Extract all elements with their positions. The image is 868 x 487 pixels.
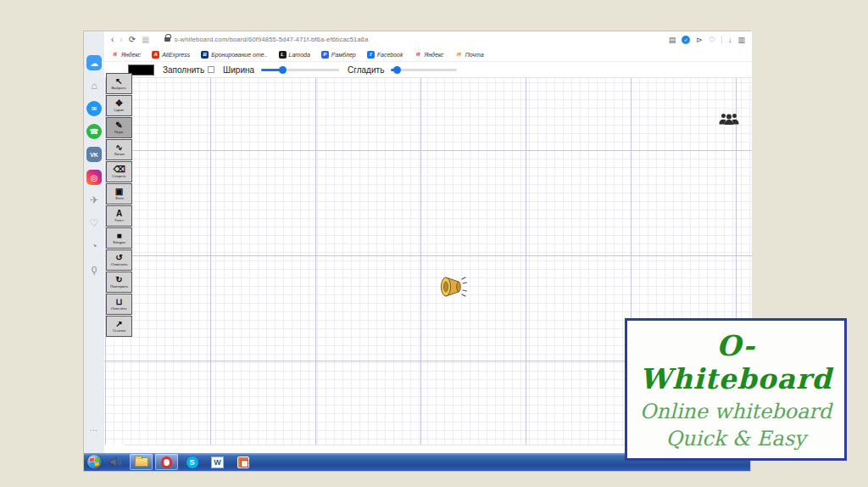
bookmark-aliexpress[interactable]: AAliExpress [152, 51, 190, 59]
powerpoint-taskbar-button[interactable] [231, 454, 254, 470]
skype-icon: S [186, 456, 198, 468]
reload-icon[interactable]: ⟳ [129, 35, 136, 44]
smooth-slider-thumb[interactable] [393, 66, 401, 74]
bookmark-mail[interactable]: ✉Почта [455, 51, 484, 59]
caption-title: O-Whiteboard [627, 329, 844, 395]
rambler-favicon: Р [321, 51, 329, 59]
zen-icon[interactable]: ⌂ [86, 78, 102, 93]
whiteboard-toolbar: Заполнить Ширина Сгладить [104, 62, 752, 78]
booking-favicon: B [201, 51, 209, 59]
fill-checkbox[interactable] [208, 66, 214, 73]
bookmarks-bar: ЯЯндекс AAliExpress BБронирование оте.. … [104, 48, 752, 62]
divider [721, 36, 722, 44]
bookmark-facebook[interactable]: fFacebook [367, 51, 403, 59]
slide-background: ☁ ⌂ ✉ ☎ VK ◎ ✈ ♡ ◔ ϙ ⋯ ‹ › ⟳ ▦ o-whitebo… [0, 0, 868, 487]
line-icon: ∿ [115, 143, 122, 152]
folder-icon [135, 457, 148, 467]
tool-share-button[interactable]: ↗Ссылка [106, 316, 132, 337]
shapes-icon: ■ [116, 232, 121, 240]
fill-label: Заполнить [163, 65, 204, 75]
ideas-icon[interactable]: ϙ [86, 261, 102, 277]
tool-clear-button[interactable]: ⊔Очистить [106, 294, 132, 315]
tool-text-button[interactable]: AТекст [106, 205, 132, 227]
collaborators-icon[interactable] [718, 112, 740, 126]
bookmark-yandex-2[interactable]: ЯЯндекс [415, 51, 444, 59]
opera-icon [161, 456, 172, 468]
move-icon: ✥ [115, 99, 122, 108]
opera-taskbar-button[interactable] [155, 454, 178, 470]
panels-icon[interactable]: ▥ [737, 36, 745, 44]
volume-icon [109, 456, 122, 467]
word-icon: W [211, 456, 224, 468]
tool-shapes-button[interactable]: ■Фигуры [106, 227, 132, 249]
text-icon: A [116, 210, 122, 218]
tool-erase-button[interactable]: ⌫Стереть [106, 161, 132, 182]
cloud-app-icon[interactable]: ☁ [86, 55, 102, 70]
photo-icon: ▣ [115, 188, 123, 196]
lamoda-favicon: L [279, 51, 287, 59]
start-button[interactable] [87, 455, 102, 469]
tool-palette: ↖Выбрать ✥Сдвиг ✎Перо ∿Линия ⌫Стереть ▣Ф… [106, 73, 132, 337]
facebook-favicon: f [367, 51, 375, 59]
width-label: Ширина [223, 65, 254, 75]
collections-icon[interactable]: ▤ [669, 36, 676, 44]
tool-line-button[interactable]: ∿Линия [106, 139, 132, 160]
trash-icon: ⊔ [116, 298, 123, 306]
smooth-label: Сгладить [348, 65, 384, 75]
protect-icon[interactable]: ✓ [682, 36, 690, 44]
tool-pen-button[interactable]: ✎Перо [106, 117, 132, 138]
volume-taskbar-button[interactable] [104, 454, 127, 470]
smooth-slider[interactable] [391, 69, 457, 71]
instagram-icon[interactable]: ◎ [86, 170, 102, 185]
width-slider-thumb[interactable] [279, 66, 287, 74]
back-icon[interactable]: ‹ [111, 35, 114, 44]
bookmark-rambler[interactable]: РРамблер [321, 51, 356, 59]
telegram-icon[interactable]: ✈ [86, 193, 102, 208]
explorer-taskbar-button[interactable] [130, 454, 153, 470]
yandex-favicon: Я [111, 51, 119, 59]
tiles-icon[interactable]: ▦ [142, 35, 149, 44]
pen-icon: ✎ [115, 121, 122, 130]
audio-speaker-icon[interactable] [438, 271, 469, 302]
caption-box: O-Whiteboard Online whiteboard Quick & E… [625, 318, 847, 461]
messenger-icon[interactable]: ✉ [86, 101, 102, 116]
width-slider[interactable] [261, 69, 339, 71]
share-link-icon: ↗ [115, 320, 122, 328]
browser-navbar: ‹ › ⟳ ▦ o-whiteboard.com/board/60f94855-… [104, 31, 752, 48]
tool-undo-button[interactable]: ↺Отменить [106, 249, 132, 271]
tool-redo-button[interactable]: ↻Повторить [106, 271, 132, 293]
forward-icon: › [120, 35, 122, 44]
vk-icon[interactable]: VK [86, 147, 102, 162]
ssl-lock-icon [164, 37, 170, 42]
whatsapp-icon[interactable]: ☎ [86, 124, 102, 139]
history-icon[interactable]: ◔ [86, 238, 102, 254]
tool-photo-button[interactable]: ▣Фото [106, 183, 132, 204]
skype-taskbar-button[interactable]: S [181, 454, 203, 470]
favorite-icon[interactable]: ♡ [709, 36, 715, 44]
favorites-icon[interactable]: ♡ [86, 216, 102, 231]
bookmark-yandex[interactable]: ЯЯндекс [111, 51, 141, 59]
share-icon[interactable]: ⊳ [696, 36, 703, 44]
caption-line-1: Online whiteboard [640, 400, 832, 423]
browser-sidebar: ☁ ⌂ ✉ ☎ VK ◎ ✈ ♡ ◔ ϙ ⋯ [84, 31, 104, 453]
word-taskbar-button[interactable]: W [206, 454, 229, 470]
tool-select-button[interactable]: ↖Выбрать [106, 73, 132, 94]
caption-line-2: Quick & Easy [665, 428, 805, 450]
powerpoint-icon [237, 456, 249, 468]
tool-move-button[interactable]: ✥Сдвиг [106, 95, 132, 116]
sidebar-more-icon[interactable]: ⋯ [84, 426, 104, 434]
cursor-icon: ↖ [115, 77, 122, 86]
redo-icon: ↻ [115, 276, 122, 284]
eraser-icon: ⌫ [113, 165, 125, 174]
aliexpress-favicon: A [152, 51, 159, 59]
download-icon[interactable]: ↓ [728, 36, 732, 44]
undo-icon: ↺ [115, 254, 122, 262]
address-bar[interactable]: o-whiteboard.com/board/60f94855-5d47-471… [175, 36, 669, 43]
bookmark-booking[interactable]: BБронирование оте.. [201, 51, 267, 59]
mail-favicon: ✉ [455, 51, 463, 59]
yandex-favicon: Я [415, 51, 422, 59]
bookmark-lamoda[interactable]: LLamoda [279, 51, 310, 59]
